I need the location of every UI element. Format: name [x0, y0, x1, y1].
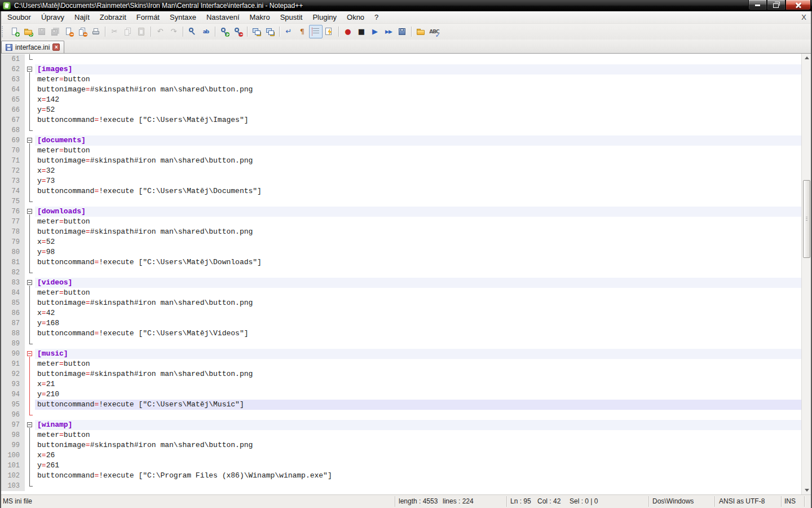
code-line-63[interactable]: 63meter=button	[1, 75, 801, 85]
code-line-81[interactable]: 81buttoncommand=!execute ["C:\Users\Matě…	[1, 257, 801, 268]
menu-pluginy[interactable]: Pluginy	[307, 13, 342, 21]
code-line-95[interactable]: 95buttoncommand=!execute ["C:\Users\Matě…	[1, 400, 801, 410]
menu-soubor[interactable]: Soubor	[2, 13, 36, 21]
open-file-button[interactable]	[21, 25, 35, 38]
fold-marker[interactable]	[25, 135, 35, 146]
menu-makro[interactable]: Makro	[245, 13, 275, 21]
new-file-button[interactable]	[8, 25, 21, 38]
code-line-67[interactable]: 67buttoncommand=!execute ["C:\Users\Matě…	[1, 115, 801, 125]
close-button[interactable]	[62, 25, 76, 38]
code-line-103[interactable]: 103	[1, 481, 801, 491]
fold-marker[interactable]	[25, 207, 35, 217]
macro-save-button[interactable]	[395, 25, 409, 38]
tab-interface-ini[interactable]: interface.ini ×	[1, 41, 64, 53]
minus-red-badge-icon	[239, 32, 243, 37]
code-text: buttonimage=#skinspath#iron man\shared\b…	[35, 156, 801, 166]
menu-nastaveni[interactable]: Nastavení	[201, 13, 245, 21]
code-line-97[interactable]: 97[winamp]	[1, 420, 801, 430]
menubar-close-button[interactable]: X	[801, 11, 806, 23]
code-line-87[interactable]: 87y=168	[1, 318, 801, 329]
fold-marker[interactable]	[25, 420, 35, 430]
code-line-90[interactable]: 90[music]	[1, 349, 801, 359]
menu-zobrazit[interactable]: Zobrazit	[95, 13, 131, 21]
code-line-61[interactable]: 61	[1, 54, 801, 64]
menu-format[interactable]: Formát	[131, 13, 165, 21]
show-all-characters-button[interactable]: ¶	[295, 25, 309, 38]
code-line-89[interactable]: 89	[1, 339, 801, 349]
fold-marker	[25, 318, 35, 329]
menu-najit[interactable]: Najít	[69, 13, 95, 21]
code-line-64[interactable]: 64buttonimage=#skinspath#iron man\shared…	[1, 85, 801, 95]
fold-marker	[25, 75, 35, 85]
code-line-101[interactable]: 101y=261	[1, 461, 801, 471]
code-line-99[interactable]: 99buttonimage=#skinspath#iron man\shared…	[1, 440, 801, 450]
code-line-83[interactable]: 83[videos]	[1, 278, 801, 288]
show-indent-guide-button[interactable]	[309, 25, 323, 38]
code-line-70[interactable]: 70meter=button	[1, 146, 801, 156]
code-line-92[interactable]: 92buttonimage=#skinspath#iron man\shared…	[1, 369, 801, 379]
code-line-94[interactable]: 94y=210	[1, 389, 801, 400]
zoom-in-button[interactable]	[218, 25, 231, 38]
minimize-button[interactable]	[748, 0, 767, 10]
print-button[interactable]	[89, 25, 103, 38]
macro-stop-button[interactable]: ■	[355, 25, 368, 38]
close-all-button[interactable]	[76, 25, 89, 38]
fold-marker[interactable]	[25, 349, 35, 359]
code-line-62[interactable]: 62[images]	[1, 64, 801, 75]
fold-marker[interactable]	[25, 278, 35, 288]
zoom-out-button[interactable]	[231, 25, 245, 38]
code-line-71[interactable]: 71buttonimage=#skinspath#iron man\shared…	[1, 156, 801, 166]
word-wrap-button[interactable]: ↵	[282, 25, 295, 38]
code-line-76[interactable]: 76[downloads]	[1, 207, 801, 217]
macro-run-multiple-button[interactable]: ▶▶	[382, 25, 395, 38]
line-number: 101	[1, 461, 25, 471]
sync-horizontal-scroll-button[interactable]	[263, 25, 277, 38]
menu-napoveda[interactable]: ?	[369, 13, 383, 21]
code-line-74[interactable]: 74buttoncommand=!execute ["C:\Users\Matě…	[1, 186, 801, 196]
code-line-78[interactable]: 78buttonimage=#skinspath#iron man\shared…	[1, 227, 801, 237]
code-line-72[interactable]: 72x=32	[1, 166, 801, 176]
code-line-75[interactable]: 75	[1, 196, 801, 207]
code-line-80[interactable]: 80y=98	[1, 247, 801, 257]
spell-check-button[interactable]: ABC✓	[427, 25, 441, 38]
code-line-68[interactable]: 68	[1, 125, 801, 135]
menu-syntaxe[interactable]: Syntaxe	[165, 13, 201, 21]
doc-switcher-button[interactable]	[414, 25, 427, 38]
restore-button[interactable]	[767, 0, 785, 10]
code-line-93[interactable]: 93x=21	[1, 379, 801, 389]
code-line-102[interactable]: 102buttoncommand=!execute ["C:\Program F…	[1, 471, 801, 481]
line-number: 98	[1, 430, 25, 440]
sync-vertical-scroll-button[interactable]	[250, 25, 263, 38]
code-line-82[interactable]: 82	[1, 268, 801, 278]
code-line-86[interactable]: 86x=42	[1, 308, 801, 318]
menu-okno[interactable]: Okno	[342, 13, 369, 21]
code-line-88[interactable]: 88buttoncommand=!execute ["C:\Users\Matě…	[1, 329, 801, 339]
code-line-65[interactable]: 65x=142	[1, 95, 801, 105]
code-line-98[interactable]: 98meter=button	[1, 430, 801, 440]
macro-record-button[interactable]: ●	[341, 25, 355, 38]
menu-upravy[interactable]: Úpravy	[36, 13, 69, 21]
macro-play-button[interactable]: ▶	[368, 25, 382, 38]
toolbar-gripper[interactable]	[2, 26, 5, 37]
replace-button[interactable]: ab	[199, 25, 213, 38]
user-defined-language-button[interactable]	[323, 25, 336, 38]
code-line-96[interactable]: 96	[1, 410, 801, 420]
title-bar[interactable]: C:\Users\Matěj\Documents\Rainmeter\Skins…	[0, 0, 812, 11]
code-line-73[interactable]: 73y=73	[1, 176, 801, 186]
close-button[interactable]	[785, 0, 811, 10]
code-line-66[interactable]: 66y=52	[1, 105, 801, 115]
code-line-77[interactable]: 77meter=button	[1, 217, 801, 227]
print-icon	[91, 27, 101, 37]
code-line-69[interactable]: 69[documents]	[1, 135, 801, 146]
code-line-91[interactable]: 91meter=button	[1, 359, 801, 369]
tab-close-icon[interactable]: ×	[52, 43, 60, 51]
menu-spustit[interactable]: Spustit	[275, 13, 308, 21]
code-line-79[interactable]: 79x=52	[1, 237, 801, 247]
scrollbar-thumb[interactable]	[803, 180, 810, 258]
code-line-100[interactable]: 100x=26	[1, 450, 801, 461]
find-button[interactable]	[186, 25, 199, 38]
code-line-84[interactable]: 84meter=button	[1, 288, 801, 298]
code-line-85[interactable]: 85buttonimage=#skinspath#iron man\shared…	[1, 298, 801, 308]
code-area[interactable]: 6162[images]63meter=button64buttonimage=…	[1, 54, 801, 494]
fold-marker[interactable]	[25, 64, 35, 75]
